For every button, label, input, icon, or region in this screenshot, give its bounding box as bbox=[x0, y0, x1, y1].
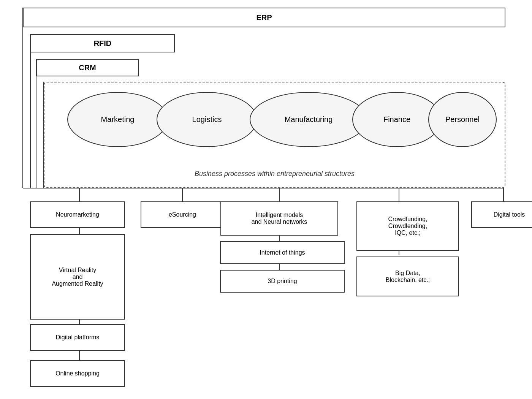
logistics-ellipse: Logistics bbox=[157, 92, 257, 147]
manufacturing-label: Manufacturing bbox=[285, 115, 333, 124]
neuromarketing-box: Neuromarketing bbox=[30, 201, 125, 228]
crowdfunding-label: Crowdfunding,Crowdlending,IQC, etc.; bbox=[388, 216, 427, 236]
rfid-label: RFID bbox=[94, 39, 112, 48]
vr-ar-box: Virtual RealityandAugmented Reality bbox=[30, 234, 125, 320]
personnel-ellipse: Personnel bbox=[428, 92, 497, 147]
erp-box: ERP bbox=[23, 8, 505, 27]
digital-tools-box: Digital tools bbox=[471, 201, 532, 228]
esourcing-box: eSourcing bbox=[141, 201, 224, 228]
online-shopping-box: Online shopping bbox=[30, 360, 125, 387]
digital-platforms-label: Digital platforms bbox=[56, 334, 100, 341]
marketing-label: Marketing bbox=[101, 115, 135, 124]
intelligent-models-box: Intelligent modelsand Neural networks bbox=[220, 201, 338, 236]
neuromarketing-label: Neuromarketing bbox=[56, 211, 99, 218]
finance-label: Finance bbox=[383, 115, 410, 124]
dashed-container: Marketing Logistics Manufacturing Financ… bbox=[44, 82, 505, 188]
manufacturing-ellipse: Manufacturing bbox=[250, 92, 367, 147]
iot-label: Internet of things bbox=[260, 249, 305, 256]
diagram-container: ERP RFID CRM Marketing Logistics Manufac… bbox=[0, 0, 532, 399]
intelligent-models-label: Intelligent modelsand Neural networks bbox=[252, 212, 307, 225]
digital-platforms-box: Digital platforms bbox=[30, 324, 125, 351]
bigdata-box: Big Data,Blockchain, etc.; bbox=[356, 256, 459, 296]
digital-tools-label: Digital tools bbox=[494, 211, 525, 218]
personnel-label: Personnel bbox=[445, 115, 480, 124]
esourcing-label: eSourcing bbox=[169, 211, 196, 218]
crm-box: CRM bbox=[36, 59, 139, 76]
3d-printing-box: 3D printing bbox=[220, 270, 345, 293]
marketing-ellipse: Marketing bbox=[67, 92, 168, 147]
iot-box: Internet of things bbox=[220, 241, 345, 264]
vr-ar-label: Virtual RealityandAugmented Reality bbox=[52, 267, 103, 287]
rfid-box: RFID bbox=[30, 34, 175, 52]
logistics-label: Logistics bbox=[192, 115, 222, 124]
business-processes-label: Business processes within entrepreneuria… bbox=[195, 170, 355, 178]
bigdata-label: Big Data,Blockchain, etc.; bbox=[386, 270, 430, 283]
3d-printing-label: 3D printing bbox=[268, 278, 297, 285]
online-shopping-label: Online shopping bbox=[55, 370, 100, 377]
crowdfunding-box: Crowdfunding,Crowdlending,IQC, etc.; bbox=[356, 201, 459, 251]
erp-label: ERP bbox=[256, 13, 272, 22]
crm-label: CRM bbox=[79, 63, 96, 72]
